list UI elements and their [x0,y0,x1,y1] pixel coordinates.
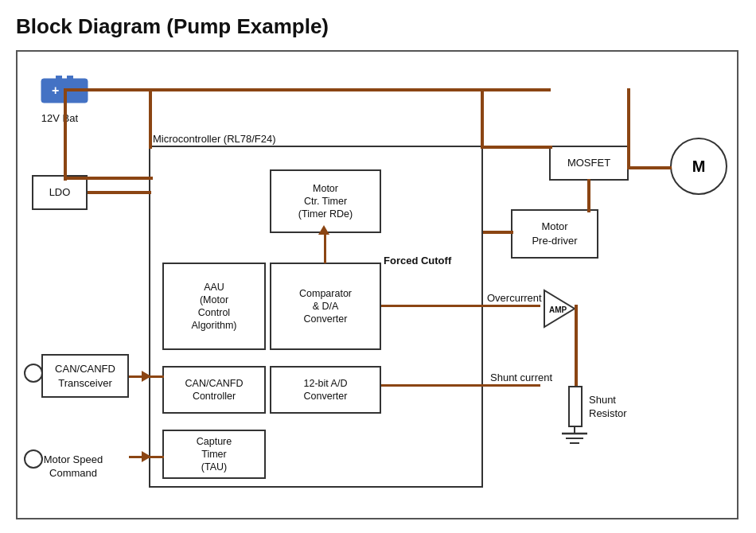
ground-symbol [559,426,590,454]
wire-ldo-right [88,191,151,194]
shunt-resistor-label: Shunt Resistor [589,394,653,421]
mosfet-box: MOSFET [549,146,629,181]
svg-text:+: + [52,84,59,97]
arrow-forced-cutoff [318,225,329,235]
svg-rect-1 [56,76,62,80]
svg-rect-2 [67,76,73,80]
wire-forced-cutoff [324,233,326,263]
page-title: Block Diagram (Pump Example) [16,14,740,39]
forced-cutoff-label: Forced Cutoff [384,255,455,268]
can-circle-1 [24,364,43,383]
can-transceiver-box: CAN/CANFDTransceiver [41,354,129,398]
wire-to-motor [627,166,672,169]
motor-predriver-box: MotorPre-driver [511,209,598,259]
shunt-resistor [568,386,583,427]
wire-bat-down [64,88,67,181]
amp-triangle-svg: AMP [543,289,576,329]
wire-predriver-mc [483,231,513,234]
wire-ldo-left [64,177,153,180]
svg-text:AMP: AMP [549,305,567,314]
mc-label: Microcontroller (RL78/F24) [153,133,376,146]
motor-speed-label: Motor Speed Command [33,453,113,480]
wire-top-h [64,88,551,91]
aau-box: AAU(MotorControlAlgorithm) [162,263,266,350]
wire-shunt-current [381,384,540,387]
ldo-box: LDO [32,175,88,210]
arrow-speed-cmd [142,451,151,462]
battery-label: 12V Bat [32,112,88,126]
wire-amp-down [575,305,578,387]
comparator-box: Comparator& D/AConverter [270,263,381,350]
page: Block Diagram (Pump Example) + − 12V Bat… [0,0,756,533]
motor-speed-circle [24,449,43,469]
wire-mc-bat [149,88,152,149]
wire-mc-top-down [481,88,484,149]
shunt-current-label: Shunt current [490,372,570,385]
motor-circle: M [670,138,727,195]
wire-overcurrent [381,305,540,307]
wire-mosfet-left [481,146,552,149]
capture-timer-box: CaptureTimer(TAU) [162,430,266,479]
wire-mosfet-down [627,88,630,168]
wire-mosfet-predriver [587,179,590,212]
diagram-area: + − 12V Bat LDO Microcontroller (RL78/F2… [16,50,738,519]
arrow-can [142,371,151,382]
bit12-adc-box: 12-bit A/DConverter [270,366,381,414]
motor-ctr-timer-box: MotorCtr. Timer(Timer RDe) [270,169,381,233]
can-canfd-controller-box: CAN/CANFDController [162,366,266,414]
